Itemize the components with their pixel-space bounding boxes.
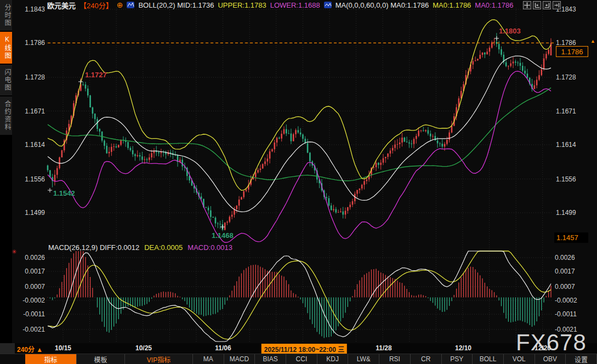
macd-axis-tick-left: 0.0026 [16, 254, 45, 261]
watermark: FX678 [516, 329, 587, 356]
macd-axis-tick-left: 0.0007 [16, 283, 45, 291]
candles [47, 33, 552, 231]
chart-header: 欧元美元 【240分】 ⊕ BOLL(20,2) MID:1.1736 UPPE… [47, 1, 513, 9]
boll-readout: BOLL(20,2) MID:1.1736 [138, 1, 214, 9]
boll-lower-line [48, 71, 551, 242]
ma60-line [48, 88, 551, 181]
main-axis-tick-left: 1.1556 [21, 175, 45, 183]
main-axis-tick-right: 1.1556 [556, 175, 576, 183]
time-axis-corner [0, 343, 15, 354]
main-axis-tick-left: 1.1499 [21, 209, 45, 217]
macd-readout: MACD(26,12,9) DIFF:0.0012 [48, 243, 139, 252]
symbol-title: 欧元美元 [47, 0, 76, 10]
tab-6[interactable]: CCI [286, 354, 317, 364]
price-up-arrow-icon: ▲ [590, 38, 595, 44]
chart-toolbar [523, 1, 561, 9]
tab-bar-spacer [0, 354, 25, 364]
selected-period-highlight: 2025/11/12 18:00~22:00 三 [261, 344, 347, 354]
dea-readout: DEA:0.0005 [144, 243, 183, 252]
tab-9[interactable]: RSI [379, 354, 411, 364]
sidebar-item-0[interactable]: 分时图 [0, 0, 12, 31]
tab-7[interactable]: KDJ [317, 354, 349, 364]
pan-icon[interactable] [523, 1, 531, 9]
main-axis-tick-left: 1.1786 [21, 39, 45, 47]
sidebar-item-3[interactable]: 合约资料 [0, 96, 12, 135]
svg-text:1.1803: 1.1803 [499, 27, 521, 35]
tab-4[interactable]: MACD [224, 354, 255, 364]
boll-mid-line [48, 56, 551, 212]
macd-axis-tick-left: -0.0021 [16, 326, 45, 333]
x-axis-date: 11/28 [376, 344, 391, 352]
tab-12[interactable]: BOLL [473, 354, 504, 364]
x-axis-date: 12/10 [455, 344, 471, 352]
tab-11[interactable]: PSY [442, 354, 473, 364]
macd-header: MACD(26,12,9) DIFF:0.0012 DEA:0.0005 MAC… [48, 243, 232, 252]
tab-2[interactable]: VIP指标 [125, 354, 193, 364]
current-price-box: 1.1786 [556, 46, 588, 57]
svg-text:1.1542: 1.1542 [53, 189, 75, 197]
boll-indicator-icon [127, 2, 134, 8]
tab-13[interactable]: VOL [504, 354, 535, 364]
x-axis-date: 11/06 [215, 344, 231, 352]
add-indicator-icon[interactable]: ⊕ [117, 1, 123, 9]
indicator-marker-icon: ✳ [12, 248, 16, 255]
period-selector[interactable]: 240分 ▲ [17, 344, 43, 354]
macd-axis-tick-left: -0.0002 [16, 297, 45, 304]
time-axis: 240分 ▲ 2025/11/12 18:00~22:00 三 10/1510/… [0, 343, 597, 354]
macd-histogram [48, 251, 551, 338]
boll-upper-line [48, 20, 551, 190]
axis-shift-right-icon[interactable] [553, 1, 561, 9]
macd-axis-tick-right: 0.0007 [555, 283, 575, 291]
main-axis-tick-right: 1.1614 [556, 141, 576, 149]
tab-0[interactable]: 指标 [25, 354, 77, 364]
sidebar-item-1[interactable]: K线图 [0, 32, 12, 64]
ma-readout: MA(0,0,0,60,0,0) MA0:1.1786 [336, 1, 429, 9]
main-axis-tick-right: 1.1499 [556, 209, 576, 217]
main-axis-tick-right: 1.1728 [556, 73, 576, 81]
period-label: 【240分】 [79, 0, 113, 10]
main-axis-tick-left: 1.1728 [21, 73, 45, 81]
macd-value-readout: MACD:0.0013 [187, 243, 232, 252]
axis-expand-left-icon[interactable] [533, 1, 541, 9]
macd-axis-tick-right: 0.0026 [555, 254, 575, 261]
tab-3[interactable]: MA [193, 354, 224, 364]
grid [47, 8, 553, 342]
macd-axis-tick-right: 0.0017 [555, 268, 575, 275]
macd-axis-tick-right: -0.0011 [555, 310, 577, 318]
main-axis-tick-left: 1.1614 [21, 141, 45, 149]
tab-8[interactable]: LW& [348, 354, 379, 364]
boll-lower-readout: LOWER:1.1688 [270, 1, 320, 9]
tab-15[interactable]: 设置 [566, 354, 597, 364]
main-axis-tick-left: 1.1671 [21, 107, 45, 115]
trading-app-window: 分时图K线图闪电图合约资料 欧元美元 【240分】 ⊕ BOLL(20,2) M… [0, 0, 597, 364]
ma-indicator-icon [324, 2, 332, 8]
tab-1[interactable]: 模板 [77, 354, 125, 364]
main-axis-tick-right: 1.1671 [556, 107, 576, 115]
main-axis-tick-left: 1.1843 [21, 5, 45, 13]
tab-5[interactable]: BIAS [255, 354, 286, 364]
x-axis-date: 10/25 [135, 344, 152, 352]
boll-upper-readout: UPPER:1.1783 [218, 1, 266, 9]
price-chart[interactable]: 1.17271.18031.15421.1468 [0, 0, 597, 344]
macd-axis-tick-right: -0.0002 [555, 297, 577, 304]
svg-text:1.1468: 1.1468 [212, 231, 234, 240]
ma-magenta-readout: MA0:1.1786 [475, 1, 513, 9]
tab-14[interactable]: OBV [535, 354, 566, 364]
sidebar-item-2[interactable]: 闪电图 [0, 65, 12, 95]
indicator-tab-bar: 指标模板VIP指标MAMACDBIASCCIKDJLW&RSICRPSYBOLL… [0, 354, 597, 364]
axis-expand-right-icon[interactable] [543, 1, 551, 9]
sidebar: 分时图K线图闪电图合约资料 [0, 0, 12, 343]
x-axis-date: 10/15 [55, 344, 71, 352]
svg-text:1.1727: 1.1727 [85, 71, 107, 79]
macd-axis-tick-left: 0.0017 [16, 268, 45, 275]
macd-axis-tick-left: -0.0011 [16, 310, 45, 318]
session-low-box: 1.1457 [554, 232, 588, 243]
ma-yellow-readout: MA0:1.1786 [433, 1, 471, 9]
tab-10[interactable]: CR [411, 354, 442, 364]
